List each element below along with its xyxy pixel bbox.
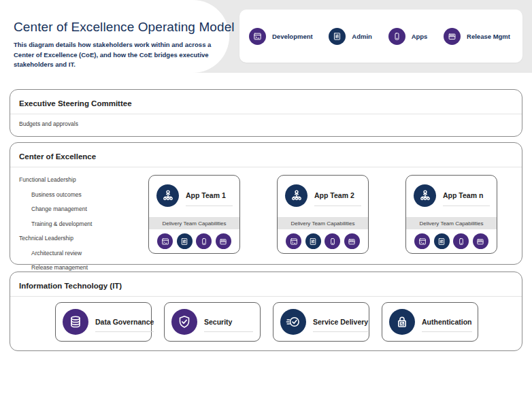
it-capability-label: Authentication [422,318,472,326]
title-card: Center of Excellence Operating Model Thi… [0,0,229,73]
database-icon [63,309,88,335]
app-team-name: App Team 1 [186,191,233,199]
page-subtitle: This diagram details how stakeholders wo… [14,40,212,70]
authentication-card: Authentication [382,302,478,342]
app-team-header: App Team n [406,176,497,208]
lock-check-icon [389,309,415,335]
service-delivery-card: Service Delivery [273,302,369,342]
app-team-name: App Team 2 [314,191,361,199]
page-title: Center of Excellence Operating Model [14,20,209,35]
org-chart-icon [414,184,436,207]
leadership-item: Architectural review [31,248,92,259]
org-chart-icon [156,184,179,207]
browser-code-icon [157,233,173,249]
package-icon [344,233,360,249]
app-team-header: App Team 2 [278,176,368,208]
legend-label: Admin [352,33,372,40]
form-settings-icon [329,28,346,45]
legend-card: Development Admin Apps Release Mgmt [239,10,522,63]
legend-label: Development [272,33,313,40]
data-governance-card: Data Governance [55,302,152,342]
smartphone-icon [453,233,469,249]
legend-item-release-mgmt: Release Mgmt [444,28,510,45]
app-team-name: App Team n [443,191,490,199]
package-icon [216,233,231,249]
package-icon [473,233,488,249]
app-team-n-card: App Team n Delivery Team Capabilities [405,175,497,254]
shield-check-icon [171,309,197,335]
app-team-2-card: App Team 2 Delivery Team Capabilities [277,175,369,254]
it-capability-label: Service Delivery [313,318,368,326]
org-chart-icon [285,184,307,207]
legend-label: Apps [412,33,428,40]
coe-panel-title: Center of Excellence [10,143,522,167]
delivery-capabilities-band: Delivery Team Capabilities [149,217,239,229]
it-capability-label: Security [204,318,253,326]
package-icon [444,28,461,45]
delivery-capabilities-band: Delivery Team Capabilities [278,217,368,229]
it-panel-title: Information Technology (IT) [10,272,522,297]
executive-panel-title: Executive Steering Committee [10,90,522,114]
browser-code-icon [414,233,430,249]
executive-steering-committee-panel: Executive Steering Committee Budgets and… [10,89,522,137]
app-team-1-card: App Team 1 Delivery Team Capabilities [148,175,240,254]
leadership-group-label: Functional Leadership [19,175,92,185]
capability-icon-row [406,229,497,253]
executive-panel-item: Budgets and approvals [10,114,522,133]
it-capability-label: Data Governance [95,318,154,326]
security-card: Security [164,302,261,342]
capability-icon-row [149,229,239,253]
capability-icon-row [278,229,368,253]
form-settings-icon [305,233,321,249]
smartphone-icon [388,28,405,45]
legend-item-development: Development [249,28,313,45]
leadership-item: Training & development [31,219,92,229]
delivery-capabilities-band: Delivery Team Capabilities [406,217,497,229]
leadership-item: Business outcomes [31,190,92,200]
legend-item-apps: Apps [388,28,428,45]
form-settings-icon [434,233,450,249]
coe-operating-model-diagram: Center of Excellence Operating Model Thi… [0,0,532,411]
leadership-group-label: Technical Leadership [19,233,92,244]
leadership-item: Change management [31,204,92,214]
browser-code-icon [249,28,266,45]
browser-code-icon [286,233,301,249]
app-team-header: App Team 1 [149,176,239,208]
form-settings-icon [177,233,193,249]
center-of-excellence-panel: Center of Excellence Functional Leadersh… [10,142,522,265]
smartphone-icon [196,233,212,249]
speed-check-icon [280,309,306,335]
legend-item-admin: Admin [329,28,372,45]
legend-label: Release Mgmt [467,33,510,40]
smartphone-icon [325,233,340,249]
information-technology-panel: Information Technology (IT) Data Governa… [10,272,522,351]
